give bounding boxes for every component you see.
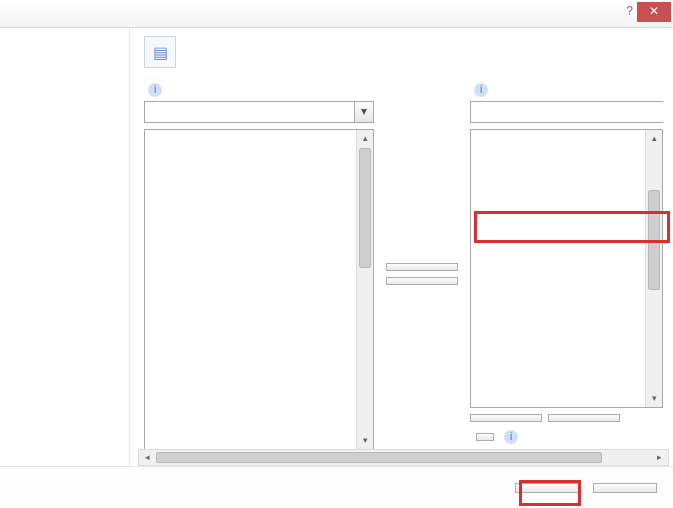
scroll-thumb[interactable] <box>156 452 602 463</box>
ribbon-icon: ▤ <box>144 36 176 68</box>
help-icon[interactable]: ? <box>626 4 633 18</box>
new-tab-button[interactable] <box>470 414 542 422</box>
customize-ribbon-label: i <box>470 82 663 97</box>
scroll-up-icon[interactable]: ▴ <box>646 130 662 147</box>
remove-button[interactable] <box>386 277 458 285</box>
scroll-up-icon[interactable]: ▴ <box>357 130 373 147</box>
commands-listbox[interactable] <box>145 130 356 449</box>
scrollbar[interactable]: ▴ ▾ <box>645 130 662 407</box>
scroll-down-icon[interactable]: ▾ <box>646 390 662 407</box>
commands-source-combo[interactable] <box>144 101 354 123</box>
add-button[interactable] <box>386 263 458 271</box>
horizontal-scrollbar[interactable]: ◂ ▸ <box>138 449 669 466</box>
help-icon[interactable]: i <box>504 430 518 444</box>
close-icon[interactable]: ✕ <box>637 2 671 22</box>
scroll-thumb[interactable] <box>648 190 660 290</box>
ribbon-target-combo[interactable] <box>470 101 663 123</box>
ribbon-tree[interactable] <box>471 130 645 407</box>
ok-button[interactable] <box>515 483 579 493</box>
scroll-left-icon[interactable]: ◂ <box>139 450 156 465</box>
help-icon[interactable]: i <box>474 83 488 97</box>
titlebar: ? ✕ <box>0 0 673 28</box>
choose-from-label: i <box>144 82 374 97</box>
options-nav <box>0 28 130 466</box>
cancel-button[interactable] <box>593 483 657 493</box>
scrollbar[interactable]: ▴ ▾ <box>356 130 373 449</box>
scroll-thumb[interactable] <box>359 148 371 268</box>
dialog-footer <box>0 466 673 508</box>
reset-button[interactable] <box>476 433 494 441</box>
help-icon[interactable]: i <box>148 83 162 97</box>
scroll-down-icon[interactable]: ▾ <box>357 432 373 449</box>
scroll-right-icon[interactable]: ▸ <box>651 450 668 465</box>
new-group-button[interactable] <box>548 414 620 422</box>
chevron-down-icon[interactable]: ▾ <box>354 101 374 123</box>
